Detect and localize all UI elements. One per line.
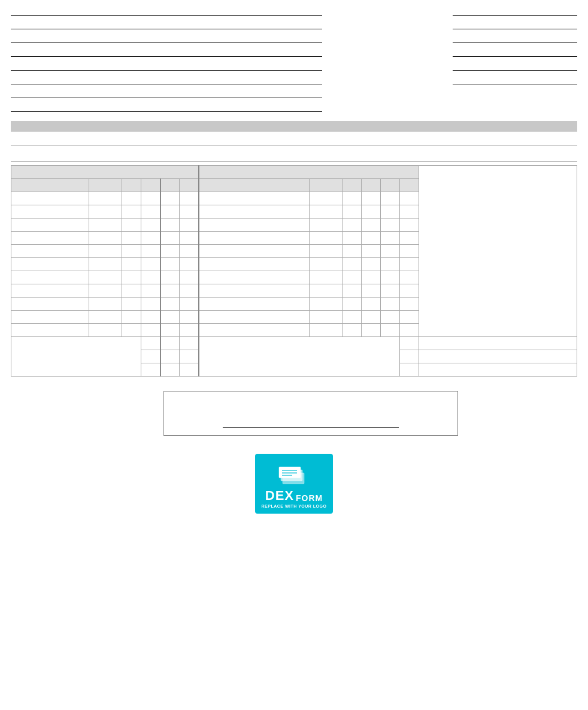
- cell: [400, 311, 419, 324]
- cell: [11, 284, 89, 298]
- cell: [122, 271, 141, 284]
- cell: [11, 245, 89, 258]
- cell: [180, 298, 199, 311]
- totals-row-1: [11, 337, 577, 350]
- empty-cell: [199, 337, 400, 350]
- cell: [141, 258, 160, 271]
- cell: [400, 192, 419, 205]
- table-row: [11, 284, 577, 298]
- cell: [400, 232, 419, 245]
- cell: [141, 271, 160, 284]
- col-header-8a: [381, 179, 400, 192]
- cell: [122, 258, 141, 271]
- cell: [400, 258, 419, 271]
- cell: [141, 298, 160, 311]
- ref-field-6: [453, 75, 577, 84]
- table-row: [11, 271, 577, 284]
- col-header-5: [199, 179, 310, 192]
- section-divider-bar: [11, 121, 577, 132]
- ref-field-1: [453, 6, 577, 16]
- cell: [141, 324, 160, 337]
- cell: [141, 245, 160, 258]
- cell: [141, 205, 160, 219]
- address-field-6: [11, 75, 322, 84]
- cell: [89, 192, 122, 205]
- cell: [310, 205, 343, 219]
- cell: [89, 271, 122, 284]
- cell: [199, 311, 310, 324]
- col-header-6: [310, 179, 343, 192]
- table-row: [11, 298, 577, 311]
- ref-field-3: [453, 34, 577, 43]
- cell: [11, 271, 89, 284]
- address-field-1: [11, 6, 322, 16]
- total-cell-3e: [419, 363, 577, 377]
- cell: [199, 271, 310, 284]
- cell: [381, 219, 400, 232]
- dex-form-logo: DEX FORM REPLACE WITH YOUR LOGO: [255, 454, 333, 514]
- main-table-wrapper: [11, 165, 577, 377]
- cell: [160, 232, 180, 245]
- cell: [180, 311, 199, 324]
- cell: [160, 192, 180, 205]
- cell: [122, 219, 141, 232]
- table-row: [11, 192, 577, 205]
- signature-line: [223, 427, 399, 428]
- cell: [343, 271, 362, 284]
- total-cell-3c: [180, 363, 199, 377]
- col-header-3a: [122, 179, 141, 192]
- cell: [400, 284, 419, 298]
- cell: [89, 258, 122, 271]
- cell: [343, 245, 362, 258]
- total-cell-1c: [180, 337, 199, 350]
- cell: [160, 271, 180, 284]
- cell: [362, 232, 381, 245]
- address-field-3: [11, 34, 322, 43]
- cell: [310, 284, 343, 298]
- cell: [89, 324, 122, 337]
- cell: [11, 298, 89, 311]
- table-row: [11, 324, 577, 337]
- cell: [11, 192, 89, 205]
- dex-logo-icon: [278, 460, 311, 487]
- col-header-1: [11, 179, 89, 192]
- cell: [89, 311, 122, 324]
- empty-cell: [199, 350, 400, 363]
- main-table: [11, 165, 577, 377]
- cell: [160, 284, 180, 298]
- total-cell-2a: [141, 350, 160, 363]
- logo-tagline: REPLACE WITH YOUR LOGO: [262, 504, 327, 508]
- totals-row-3: [11, 363, 577, 377]
- cell: [343, 219, 362, 232]
- cell: [160, 219, 180, 232]
- logo-text-row: DEX FORM: [265, 489, 323, 502]
- cell: [362, 311, 381, 324]
- cell: [180, 258, 199, 271]
- cell: [89, 245, 122, 258]
- cell: [362, 298, 381, 311]
- cell: [11, 311, 89, 324]
- col-header-4b: [180, 179, 199, 192]
- cell: [343, 324, 362, 337]
- cell: [310, 324, 343, 337]
- cell: [141, 284, 160, 298]
- table-row: [11, 232, 577, 245]
- col-header-8b: [400, 179, 419, 192]
- cell: [381, 258, 400, 271]
- cell: [180, 205, 199, 219]
- col-header-3b: [141, 179, 160, 192]
- total-cell-1b: [160, 337, 180, 350]
- cell: [310, 219, 343, 232]
- table-row: [11, 205, 577, 219]
- cell: [122, 311, 141, 324]
- cell: [343, 284, 362, 298]
- page: DEX FORM REPLACE WITH YOUR LOGO: [0, 0, 588, 710]
- cell: [122, 284, 141, 298]
- table-row: [11, 311, 577, 324]
- cell: [11, 324, 89, 337]
- total-cell-2d: [400, 350, 419, 363]
- cell: [199, 245, 310, 258]
- cell: [160, 245, 180, 258]
- cell: [381, 271, 400, 284]
- section-line-2: [11, 150, 577, 162]
